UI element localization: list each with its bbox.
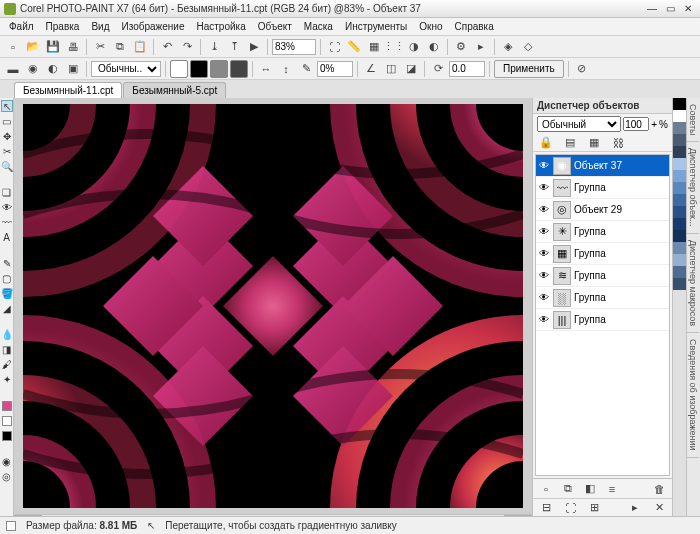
- layer-row[interactable]: 👁◎Объект 29: [536, 199, 669, 221]
- color-swatch[interactable]: [673, 98, 686, 110]
- background-swatch[interactable]: [2, 416, 12, 426]
- snap-icon[interactable]: ◈: [499, 38, 517, 56]
- canvas-area[interactable]: [14, 98, 532, 514]
- clone-tool[interactable]: ❏: [1, 186, 13, 198]
- gradient-conical-icon[interactable]: ◐: [44, 60, 62, 78]
- paste-icon[interactable]: 📋: [131, 38, 149, 56]
- layer-blend-combo[interactable]: Обычный: [537, 116, 621, 132]
- visibility-icon[interactable]: 👁: [538, 292, 550, 303]
- color-palette-vertical[interactable]: [672, 98, 686, 516]
- color-swatch[interactable]: [673, 278, 686, 290]
- link-icon[interactable]: ⛓: [609, 134, 627, 152]
- print-icon[interactable]: 🖶: [64, 38, 82, 56]
- effect-tool[interactable]: 〰: [1, 216, 13, 228]
- layer-row[interactable]: 👁|||Группа: [536, 309, 669, 331]
- spray-tool[interactable]: ✦: [1, 373, 13, 385]
- rotation-input[interactable]: [449, 61, 485, 77]
- foreground-swatch[interactable]: [2, 401, 12, 411]
- pixel-icon[interactable]: ▦: [585, 134, 603, 152]
- zoom-tool[interactable]: 🔍: [1, 160, 13, 172]
- swatch-d-icon[interactable]: [230, 60, 248, 78]
- docker-tab[interactable]: Диспетчер макросов: [687, 234, 699, 333]
- clip-icon[interactable]: ◐: [425, 38, 443, 56]
- overlay-icon[interactable]: ◪: [402, 60, 420, 78]
- flip-h-icon[interactable]: ↔: [257, 60, 275, 78]
- menu-Объект[interactable]: Объект: [253, 19, 297, 34]
- docker-tab[interactable]: Диспетчер объек...: [687, 142, 699, 233]
- fill-swatch[interactable]: [2, 431, 12, 441]
- gradient-linear-icon[interactable]: ▬: [4, 60, 22, 78]
- flip-v-icon[interactable]: ↕: [277, 60, 295, 78]
- color-swatch[interactable]: [673, 110, 686, 122]
- mask-transform-tool[interactable]: ✥: [1, 130, 13, 142]
- nav-zoom-fit-icon[interactable]: ⛶: [561, 499, 579, 517]
- alpha-icon[interactable]: ▤: [561, 134, 579, 152]
- menu-Маска[interactable]: Маска: [299, 19, 338, 34]
- gradient-square-icon[interactable]: ▣: [64, 60, 82, 78]
- crop-tool[interactable]: ✂: [1, 145, 13, 157]
- visibility-icon[interactable]: 👁: [538, 270, 550, 281]
- blend-mode-combo[interactable]: Обычны...: [91, 61, 161, 77]
- launch2-icon[interactable]: ▸: [472, 38, 490, 56]
- menu-Файл[interactable]: Файл: [4, 19, 39, 34]
- menu-Справка[interactable]: Справка: [450, 19, 499, 34]
- open-icon[interactable]: 📂: [24, 38, 42, 56]
- text-tool[interactable]: A: [1, 231, 13, 243]
- mask-rect-tool[interactable]: ▭: [1, 115, 13, 127]
- apply-button[interactable]: Применить: [494, 60, 564, 78]
- color-swatch[interactable]: [673, 122, 686, 134]
- gradient-radial-icon[interactable]: ◉: [24, 60, 42, 78]
- new-icon[interactable]: ▫: [4, 38, 22, 56]
- color-swatch[interactable]: [673, 254, 686, 266]
- visibility-icon[interactable]: 👁: [538, 248, 550, 259]
- color-swatch[interactable]: [673, 242, 686, 254]
- layer-opacity-input[interactable]: [623, 117, 649, 131]
- lock-icon[interactable]: 🔒: [537, 134, 555, 152]
- order-icon[interactable]: ≡: [603, 480, 621, 498]
- color-swatch[interactable]: [673, 158, 686, 170]
- redo-icon[interactable]: ↷: [178, 38, 196, 56]
- eraser-tool[interactable]: ◨: [1, 343, 13, 355]
- color-swatch[interactable]: [673, 218, 686, 230]
- nav-settings-icon[interactable]: ▸: [626, 499, 644, 517]
- minimize-button[interactable]: —: [644, 2, 660, 16]
- save-icon[interactable]: 💾: [44, 38, 62, 56]
- pen-icon[interactable]: ✎: [297, 60, 315, 78]
- combine-icon[interactable]: ◧: [581, 480, 599, 498]
- plus-icon[interactable]: +: [651, 119, 657, 130]
- fill-tool[interactable]: 🪣: [1, 287, 13, 299]
- menu-Изображение[interactable]: Изображение: [116, 19, 189, 34]
- menu-Правка[interactable]: Правка: [41, 19, 85, 34]
- menu-Настройка[interactable]: Настройка: [191, 19, 250, 34]
- swatch-c-icon[interactable]: [210, 60, 228, 78]
- opacity-input[interactable]: [317, 61, 353, 77]
- copy-icon[interactable]: ⧉: [111, 38, 129, 56]
- transparency-icon[interactable]: ◫: [382, 60, 400, 78]
- color-swatch[interactable]: [673, 134, 686, 146]
- color-swatch[interactable]: [673, 170, 686, 182]
- color-swatch[interactable]: [673, 266, 686, 278]
- visibility-icon[interactable]: 👁: [538, 226, 550, 237]
- layer-row[interactable]: 👁▦Группа: [536, 243, 669, 265]
- menu-Вид[interactable]: Вид: [86, 19, 114, 34]
- mask-icon[interactable]: ◑: [405, 38, 423, 56]
- color-swatch[interactable]: [673, 146, 686, 158]
- launch-icon[interactable]: ▶: [245, 38, 263, 56]
- canvas[interactable]: [23, 104, 523, 508]
- color-swatch[interactable]: [673, 230, 686, 242]
- new-layer-icon[interactable]: ▫: [537, 480, 555, 498]
- brush-tool[interactable]: 🖌: [1, 358, 13, 370]
- menu-Инструменты[interactable]: Инструменты: [340, 19, 412, 34]
- maximize-button[interactable]: ▭: [662, 2, 678, 16]
- document-tab[interactable]: Безымянный-11.cpt: [14, 82, 122, 98]
- new-group-icon[interactable]: ⧉: [559, 480, 577, 498]
- angle-icon[interactable]: ∠: [362, 60, 380, 78]
- cut-icon[interactable]: ✂: [91, 38, 109, 56]
- nav-zoom-out-icon[interactable]: ⊟: [537, 499, 555, 517]
- color-swatch[interactable]: [673, 206, 686, 218]
- color-swatch[interactable]: [673, 182, 686, 194]
- export-icon[interactable]: ⤒: [225, 38, 243, 56]
- eyedropper-tool[interactable]: 💧: [1, 328, 13, 340]
- docker-tab[interactable]: Советы: [687, 98, 699, 142]
- layer-row[interactable]: 👁░Группа: [536, 287, 669, 309]
